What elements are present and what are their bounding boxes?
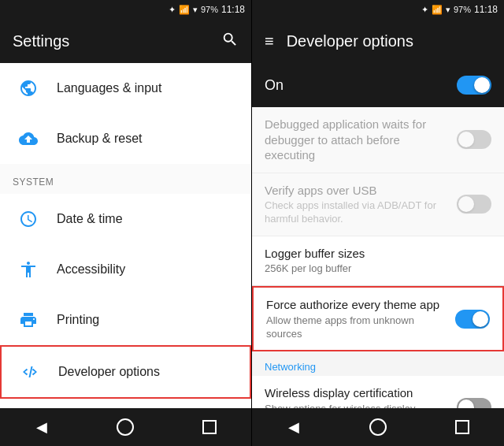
force-authorize-text: Force authorize every theme app Allow th… [266,297,446,340]
toggle-thumb [474,77,490,93]
logger-buffer-sub: 256K per log buffer [265,262,491,276]
force-authorize-sub: Allow theme apps from unknown sources [266,314,446,341]
sidebar-item-about[interactable]: About phone [0,399,251,408]
sidebar-item-developer[interactable]: Developer options [0,345,251,399]
sidebar-item-languages[interactable]: Languages & input [0,63,251,113]
on-toggle-row: On [252,63,504,107]
left-time: 11:18 [221,4,245,15]
right-battery-text: 97% [454,5,471,14]
left-app-title: Settings [13,32,212,50]
verify-usb-title: Verify apps over USB [265,183,447,199]
on-label: On [265,77,457,94]
system-section-label: System [0,164,251,194]
debugger-wait-toggle[interactable] [457,130,491,149]
left-panel: ✦ 📶 ▾ 97% 11:18 Settings Languages & inp… [0,0,252,446]
left-battery-text: 97% [201,5,218,14]
sidebar-item-datetime[interactable]: Date & time [0,194,251,244]
right-panel: ✦ 📶 ▾ 97% 11:18 ≡ Developer options On D… [252,0,504,446]
right-time: 11:18 [474,4,498,15]
left-settings-list: Languages & input Backup & reset System … [0,63,251,408]
wireless-display-sub: Show options for wireless display certif… [265,403,447,408]
developer-label: Developer options [58,365,160,379]
print-icon [13,304,44,336]
sidebar-item-backup[interactable]: Backup & reset [0,113,251,164]
right-recent-icon [455,420,469,434]
verify-usb-toggle[interactable] [457,195,491,214]
home-icon [117,418,134,436]
verify-usb-sub: Check apps installed via ADB/ADT for har… [265,199,447,226]
sidebar-item-accessibility[interactable]: Accessibility [0,244,251,295]
right-app-title: Developer options [287,32,491,50]
cloud-upload-icon [13,123,44,154]
menu-icon[interactable]: ≡ [265,32,274,50]
debugger-wait-title: Debugged application waits for debugger … [265,117,447,163]
right-recent-button[interactable] [447,411,478,443]
verify-usb-item[interactable]: Verify apps over USB Check apps installe… [252,173,504,236]
right-back-button[interactable]: ◀ [278,411,309,443]
force-authorize-item[interactable]: Force authorize every theme app Allow th… [252,286,504,351]
left-wifi-icon: ▾ [193,5,198,15]
left-signal-icon: 📶 [179,5,190,15]
code-icon [14,356,46,388]
verify-usb-text: Verify apps over USB Check apps installe… [265,183,447,226]
right-app-bar: ≡ Developer options [252,19,504,63]
wireless-display-item[interactable]: Wireless display certification Show opti… [252,376,504,408]
wireless-display-toggle[interactable] [457,398,491,408]
right-home-icon [369,418,387,436]
printing-label: Printing [57,313,99,327]
debugger-wait-item[interactable]: Debugged application waits for debugger … [252,107,504,173]
force-authorize-title: Force authorize every theme app [266,297,446,313]
logger-buffer-item[interactable]: Logger buffer sizes 256K per log buffer [252,236,504,286]
right-wifi-icon: ▾ [446,5,450,15]
networking-section-header: Networking [252,351,504,376]
wireless-display-text: Wireless display certification Show opti… [265,385,447,408]
back-icon: ◀ [36,418,47,436]
master-toggle[interactable] [457,76,491,95]
left-bottom-nav: ◀ [0,408,251,446]
left-app-bar: Settings [0,19,251,63]
sidebar-item-printing[interactable]: Printing [0,295,251,345]
wireless-display-title: Wireless display certification [265,385,447,401]
right-settings-list: Debugged application waits for debugger … [252,107,504,408]
datetime-label: Date & time [57,212,123,226]
clock-icon [13,203,44,235]
left-bt-icon: ✦ [169,5,176,15]
logger-buffer-title: Logger buffer sizes [265,246,491,262]
home-button[interactable] [109,411,141,443]
right-bt-icon: ✦ [421,5,428,15]
logger-buffer-text: Logger buffer sizes 256K per log buffer [265,246,491,276]
back-button[interactable]: ◀ [26,411,57,443]
recent-icon [202,420,217,434]
force-authorize-toggle[interactable] [455,310,490,329]
accessibility-icon [13,254,44,285]
debugger-wait-text: Debugged application waits for debugger … [265,117,447,163]
languages-label: Languages & input [57,81,161,95]
backup-label: Backup & reset [57,132,143,146]
left-status-bar: ✦ 📶 ▾ 97% 11:18 [0,0,251,19]
right-back-icon: ◀ [288,418,299,436]
search-icon[interactable] [221,31,239,52]
accessibility-label: Accessibility [57,262,125,277]
globe-icon [13,72,44,104]
right-home-button[interactable] [362,411,394,443]
right-signal-icon: 📶 [432,5,443,15]
recent-button[interactable] [194,411,225,443]
right-bottom-nav: ◀ [252,408,504,446]
right-status-bar: ✦ 📶 ▾ 97% 11:18 [252,0,504,19]
